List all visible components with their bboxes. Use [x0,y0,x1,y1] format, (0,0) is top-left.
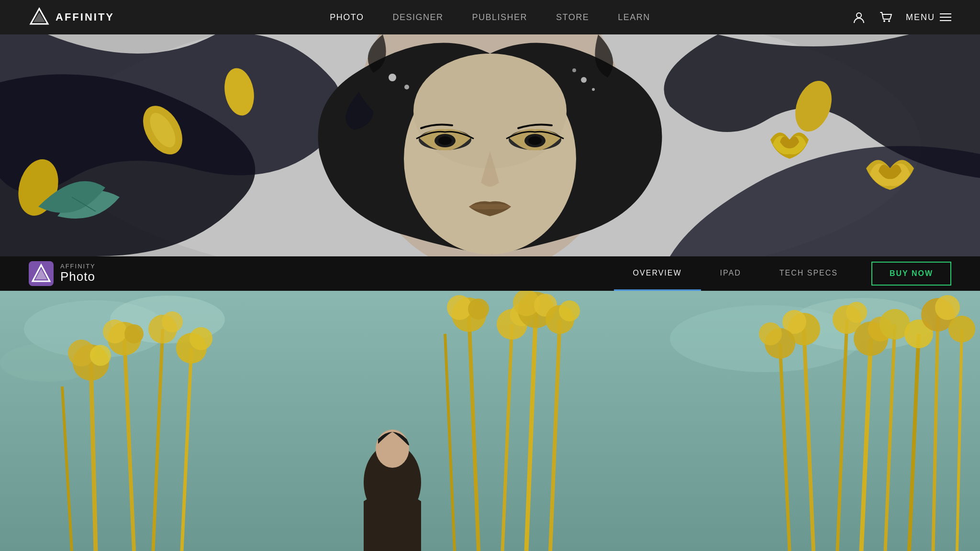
menu-label: MENU [906,12,935,22]
cart-icon[interactable] [879,11,892,24]
svg-point-75 [846,302,867,323]
svg-point-2 [857,13,861,18]
nav-store[interactable]: STORE [556,12,589,22]
svg-point-46 [90,345,111,366]
svg-point-26 [592,88,595,91]
svg-point-9 [413,54,567,168]
sub-navigation: AFFINITY Photo OVERVIEW IPAD TECH SPECS … [0,256,980,291]
buy-now-button[interactable]: BUY NOW [871,262,951,286]
affinity-photo-icon [29,261,54,286]
svg-point-48 [189,327,212,350]
svg-point-55 [447,295,472,320]
product-brand: AFFINITY [60,263,96,269]
svg-point-41 [124,324,144,343]
affinity-logo-icon [29,7,50,28]
svg-point-63 [559,300,580,321]
nav-photo[interactable]: PHOTO [330,12,364,22]
menu-button[interactable]: MENU [906,12,951,22]
svg-point-4 [888,20,890,22]
product-logo: AFFINITY Photo [29,261,96,286]
main-nav-links: PHOTO DESIGNER PUBLISHER STORE LEARN [330,12,650,22]
hero-section [0,34,980,256]
product-nav-links: OVERVIEW IPAD TECH SPECS [614,256,857,291]
svg-point-15 [528,136,542,145]
svg-point-82 [948,316,975,342]
hero-background [0,34,980,256]
svg-point-24 [581,77,587,83]
content-artwork [0,291,980,551]
svg-point-40 [103,320,127,343]
svg-point-86 [376,430,409,468]
brand-logo[interactable]: AFFINITY [29,7,114,28]
content-section [0,291,980,551]
svg-point-81 [935,295,960,320]
svg-point-22 [389,74,396,81]
sub-nav-ipad[interactable]: IPAD [701,256,760,291]
nav-publisher[interactable]: PUBLISHER [472,12,527,22]
nav-right-controls: MENU [852,11,951,24]
svg-point-43 [162,311,183,332]
sub-nav-tech-specs[interactable]: TECH SPECS [760,256,857,291]
svg-point-3 [883,20,885,22]
hero-artwork [0,34,980,256]
nav-designer[interactable]: DESIGNER [392,12,443,22]
hamburger-icon [940,13,951,21]
svg-point-23 [404,85,409,89]
svg-point-56 [468,298,489,320]
top-navigation: AFFINITY PHOTO DESIGNER PUBLISHER STORE … [0,0,980,34]
nav-learn[interactable]: LEARN [618,12,650,22]
sub-nav-overview[interactable]: OVERVIEW [614,256,701,291]
svg-point-84 [759,322,782,345]
content-background [0,291,980,551]
product-sub: Photo [60,269,96,284]
account-icon[interactable] [852,11,866,24]
svg-point-25 [572,68,576,72]
svg-point-12 [438,136,452,145]
brand-name: AFFINITY [56,11,114,23]
product-name-block: AFFINITY Photo [60,263,96,284]
svg-marker-1 [33,12,45,22]
